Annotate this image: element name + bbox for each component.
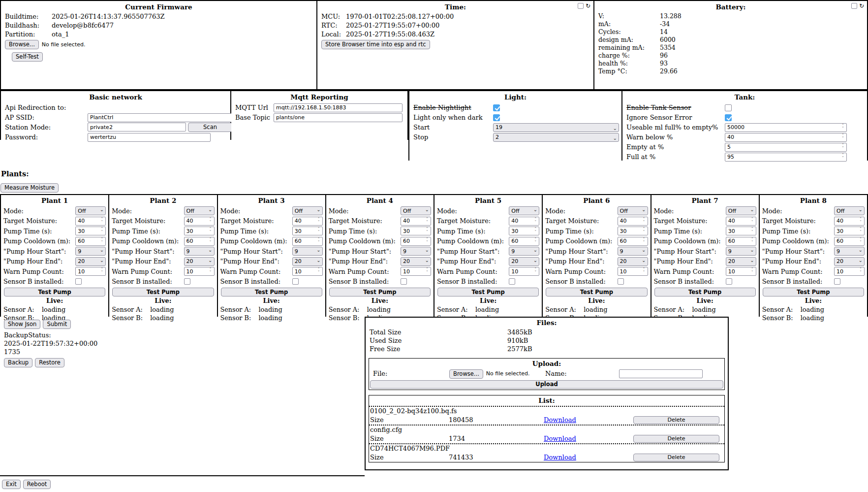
spinner-icon[interactable]: ˄˅	[532, 237, 538, 245]
light-stop-select[interactable]: 2	[493, 133, 619, 142]
spinner-icon[interactable]: ˄˅	[532, 217, 538, 225]
restore-button[interactable]: Restore	[35, 358, 64, 367]
pump-hour-start-select[interactable]: 9	[184, 247, 215, 256]
spinner-icon[interactable]: ˄˅	[858, 237, 864, 245]
refresh-icon[interactable]: ↻	[859, 3, 864, 9]
sensor-b-installed-checkbox[interactable]	[401, 278, 407, 285]
mode-select[interactable]: Off	[834, 206, 865, 215]
spinner-icon[interactable]: ˄˅	[99, 237, 105, 245]
pump-hour-start-select[interactable]: 9	[401, 247, 431, 256]
spinner-icon[interactable]: ˄˅	[532, 267, 538, 275]
pump-hour-end-select[interactable]: 20	[75, 257, 106, 266]
spinner-icon[interactable]: ˄˅	[749, 267, 755, 275]
sensor-b-installed-checkbox[interactable]	[184, 278, 190, 285]
spinner-icon[interactable]: ˄˅	[316, 227, 322, 235]
light-only-dark-checkbox[interactable]	[493, 114, 500, 121]
spinner-icon[interactable]: ˄˅	[641, 267, 647, 275]
spinner-icon[interactable]: ˄˅	[208, 267, 214, 275]
spinner-icon[interactable]: ˄˅	[99, 227, 105, 235]
sensor-b-installed-checkbox[interactable]	[834, 278, 840, 285]
spinner-icon[interactable]: ˄˅	[424, 227, 430, 235]
upload-browse-button[interactable]: Browse...	[449, 369, 483, 379]
reboot-button[interactable]: Reboot	[23, 480, 51, 489]
sensor-b-installed-checkbox[interactable]	[726, 278, 732, 285]
pump-hour-start-select[interactable]: 9	[75, 247, 106, 256]
light-start-select[interactable]: 19	[493, 123, 619, 132]
download-link[interactable]: Download	[540, 415, 633, 425]
pump-hour-start-select[interactable]: 9	[726, 247, 756, 256]
spinner-icon[interactable]: ˄˅	[749, 237, 755, 245]
submit-button[interactable]: Submit	[43, 320, 71, 329]
pump-hour-end-select[interactable]: 20	[726, 257, 756, 266]
spinner-icon[interactable]: ˄˅	[424, 217, 430, 225]
ignore-sensor-error-checkbox[interactable]	[725, 114, 732, 121]
store-browser-time-button[interactable]: Store Browser time into esp and rtc	[321, 40, 430, 49]
refresh-icon[interactable]: ↻	[586, 3, 590, 9]
time-auto-refresh-checkbox[interactable]	[578, 3, 584, 9]
sensor-b-installed-checkbox[interactable]	[75, 278, 82, 285]
pump-hour-end-select[interactable]: 20	[401, 257, 431, 266]
mode-select[interactable]: Off	[726, 206, 756, 215]
mode-select[interactable]: Off	[401, 206, 431, 215]
empty-at-input[interactable]	[725, 143, 846, 151]
test-pump-button[interactable]: Test Pump	[221, 288, 322, 296]
pump-hour-start-select[interactable]: 9	[834, 247, 865, 256]
download-link[interactable]: Download	[540, 453, 633, 462]
pump-hour-end-select[interactable]: 20	[292, 257, 323, 266]
mqtt-url-input[interactable]	[274, 103, 403, 112]
spinner-icon[interactable]: ˄˅	[641, 237, 647, 245]
useable-ml-input[interactable]	[725, 124, 846, 131]
pump-hour-end-select[interactable]: 20	[834, 257, 865, 266]
spinner-icon[interactable]: ˄˅	[99, 217, 105, 225]
pump-hour-end-select[interactable]: 20	[618, 257, 648, 266]
enable-tank-sensor-checkbox[interactable]	[725, 104, 732, 111]
delete-button[interactable]: Delete	[633, 416, 719, 424]
pump-hour-end-select[interactable]: 20	[509, 257, 539, 266]
mode-select[interactable]: Off	[75, 206, 106, 215]
mode-select[interactable]: Off	[184, 206, 215, 215]
spinner-icon[interactable]: ˄˅	[840, 124, 846, 131]
enable-nightlight-checkbox[interactable]	[493, 104, 500, 111]
pump-hour-start-select[interactable]: 9	[292, 247, 323, 256]
spinner-icon[interactable]: ˄˅	[208, 227, 214, 235]
test-pump-button[interactable]: Test Pump	[329, 288, 431, 296]
download-link[interactable]: Download	[540, 434, 633, 443]
full-at-input[interactable]	[725, 153, 846, 161]
upload-name-input[interactable]	[619, 369, 703, 378]
spinner-icon[interactable]: ˄˅	[532, 227, 538, 235]
test-pump-button[interactable]: Test Pump	[4, 288, 105, 296]
spinner-icon[interactable]: ˄˅	[749, 227, 755, 235]
spinner-icon[interactable]: ˄˅	[858, 267, 864, 275]
test-pump-button[interactable]: Test Pump	[112, 288, 214, 296]
self-test-button[interactable]: Self-Test	[12, 52, 43, 62]
delete-button[interactable]: Delete	[633, 435, 719, 443]
mode-select[interactable]: Off	[292, 206, 323, 215]
test-pump-button[interactable]: Test Pump	[763, 288, 864, 296]
spinner-icon[interactable]: ˄˅	[316, 237, 322, 245]
mode-select[interactable]: Off	[509, 206, 539, 215]
spinner-icon[interactable]: ˄˅	[840, 143, 846, 151]
test-pump-button[interactable]: Test Pump	[654, 288, 756, 296]
delete-button[interactable]: Delete	[633, 454, 719, 461]
upload-button[interactable]: Upload	[370, 380, 723, 389]
firmware-browse-button[interactable]: Browse...	[5, 40, 39, 49]
show-json-button[interactable]: Show Json	[4, 320, 40, 329]
pump-hour-start-select[interactable]: 9	[618, 247, 648, 256]
spinner-icon[interactable]: ˄˅	[641, 217, 647, 225]
spinner-icon[interactable]: ˄˅	[840, 153, 846, 161]
spinner-icon[interactable]: ˄˅	[858, 227, 864, 235]
spinner-icon[interactable]: ˄˅	[858, 217, 864, 225]
base-topic-input[interactable]	[274, 113, 403, 122]
sensor-b-installed-checkbox[interactable]	[509, 278, 515, 285]
station-ssid-input[interactable]	[88, 123, 186, 131]
test-pump-button[interactable]: Test Pump	[437, 288, 539, 296]
spinner-icon[interactable]: ˄˅	[99, 267, 105, 275]
spinner-icon[interactable]: ˄˅	[424, 237, 430, 245]
spinner-icon[interactable]: ˄˅	[840, 133, 846, 141]
battery-auto-refresh-checkbox[interactable]	[851, 3, 857, 9]
test-pump-button[interactable]: Test Pump	[546, 288, 647, 296]
spinner-icon[interactable]: ˄˅	[641, 227, 647, 235]
spinner-icon[interactable]: ˄˅	[208, 217, 214, 225]
spinner-icon[interactable]: ˄˅	[424, 267, 430, 275]
spinner-icon[interactable]: ˄˅	[749, 217, 755, 225]
